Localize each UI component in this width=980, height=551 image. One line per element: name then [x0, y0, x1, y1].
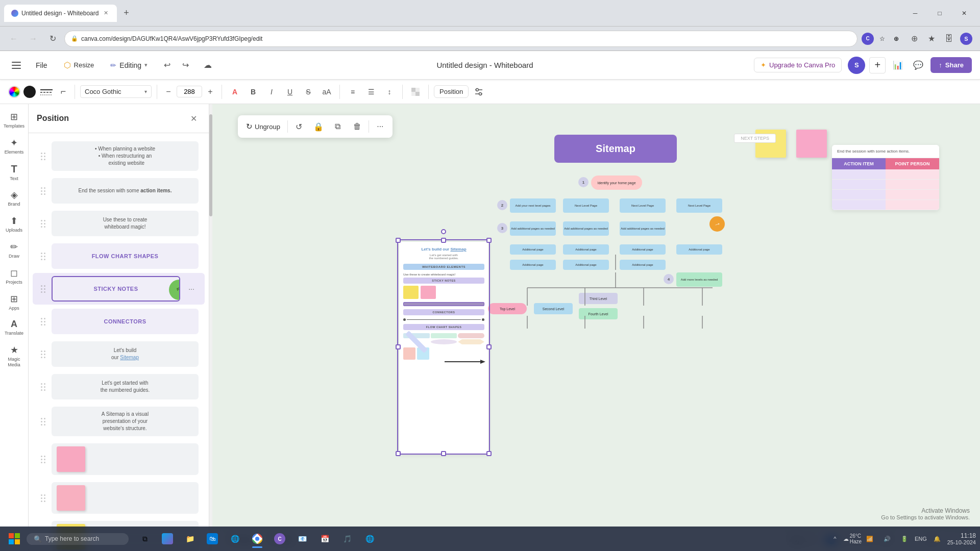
template-item-use-these[interactable]: Use these to createwhiteboard magic! — [33, 208, 205, 239]
template-item-lets-get-started[interactable]: Let's get started withthe numbered guide… — [33, 371, 205, 403]
drag-handle[interactable] — [39, 348, 47, 360]
template-item-flow-chart[interactable]: FLOW CHART SHAPES — [33, 240, 205, 272]
text-color-button[interactable]: A — [227, 85, 242, 99]
stroke-color-picker[interactable] — [23, 86, 36, 98]
sidebar-item-uploads[interactable]: ⬆ Uploads — [3, 212, 26, 236]
drag-handle[interactable] — [39, 492, 47, 504]
copy-button[interactable]: ⧉ — [330, 118, 346, 135]
comments-button[interactable]: 💬 — [910, 57, 926, 73]
transparency-button[interactable] — [408, 85, 423, 99]
drag-handle[interactable] — [39, 283, 47, 295]
drag-handle[interactable] — [39, 454, 47, 465]
editing-button[interactable]: ✏ Editing ▾ — [105, 58, 153, 72]
taskbar-app-store[interactable]: 🛍 — [202, 529, 223, 549]
sidebar-item-draw[interactable]: ✏ Draw — [3, 238, 26, 262]
drag-handle[interactable] — [39, 381, 47, 393]
lock-button[interactable]: 🔒 — [310, 118, 327, 135]
taskbar-app-extra[interactable]: 🌐 — [359, 529, 380, 549]
battery-icon[interactable]: 🔋 — [897, 532, 912, 546]
refresh-element-button[interactable]: ↺ — [291, 118, 307, 135]
minimize-button[interactable]: ─ — [903, 6, 927, 21]
text-case-button[interactable]: aA — [319, 85, 334, 99]
font-size-decrease-button[interactable]: − — [162, 86, 175, 98]
taskbar-search[interactable]: 🔍 Type here to search — [27, 533, 129, 545]
undo-button[interactable]: ↩ — [159, 57, 175, 73]
sidebar-item-translate[interactable]: A Translate — [3, 316, 26, 339]
sidebar-item-elements[interactable]: ✦ Elements — [3, 134, 26, 158]
add-collaborator-button[interactable]: + — [869, 57, 886, 73]
template-item-sticky-pink-2[interactable] — [33, 479, 205, 517]
file-button[interactable]: File — [31, 58, 53, 72]
sidebar-item-apps[interactable]: ⊞ Apps — [3, 290, 26, 314]
template-item-sitemap-desc[interactable]: A Sitemap is a visualpresentation of you… — [33, 404, 205, 439]
start-button[interactable] — [4, 529, 24, 549]
drag-handle[interactable] — [39, 185, 47, 197]
color-picker[interactable] — [8, 86, 20, 98]
upgrade-button[interactable]: ✦ Upgrade to Canva Pro — [754, 58, 842, 72]
close-button[interactable]: ✕ — [952, 6, 976, 21]
taskbar-app-task-view[interactable]: ⧉ — [135, 529, 155, 549]
zoom-button[interactable]: ⊕ — [906, 31, 922, 46]
font-size-input[interactable] — [177, 86, 202, 97]
volume-icon[interactable]: 🔊 — [880, 532, 894, 546]
star-icon[interactable]: ☆ — [876, 33, 888, 45]
drag-handle[interactable] — [39, 218, 47, 230]
stroke-style-icon[interactable] — [39, 86, 54, 98]
position-button[interactable]: Position — [434, 85, 469, 98]
hamburger-button[interactable] — [8, 57, 24, 73]
cloud-save-button[interactable]: ☁ — [200, 57, 216, 73]
drag-handle[interactable] — [39, 416, 47, 428]
new-tab-button[interactable]: + — [119, 6, 133, 20]
drag-handle[interactable] — [39, 316, 47, 328]
maximize-button[interactable]: □ — [928, 6, 951, 21]
handle-rotate[interactable] — [441, 229, 446, 234]
ungroup-button[interactable]: ↻ Ungroup — [242, 119, 284, 134]
share-button[interactable]: ↑ Share — [930, 57, 972, 73]
template-item-sticky-pink-1[interactable] — [33, 440, 205, 478]
forward-button[interactable]: → — [26, 31, 41, 46]
analytics-button[interactable]: 📊 — [890, 57, 906, 73]
taskbar-app-calendar[interactable]: 📅 — [314, 529, 335, 549]
browser-tab-active[interactable]: Untitled design - Whiteboard ✕ — [4, 5, 117, 22]
weather-tray[interactable]: ☁ 26°C Haze — [845, 532, 860, 546]
list-button[interactable]: ☰ — [363, 85, 379, 99]
sidebar-item-text[interactable]: T Text — [3, 160, 26, 185]
profile-button[interactable]: S — [959, 31, 974, 46]
redo-button[interactable]: ↪ — [177, 57, 193, 73]
user-avatar[interactable]: S — [848, 57, 865, 74]
template-item-end-session[interactable]: End the session with some action items. — [33, 175, 205, 207]
taskbar-app-widgets[interactable] — [157, 529, 178, 549]
favorites-button[interactable]: ★ — [924, 31, 939, 46]
template-item-connectors[interactable]: CONNECTORS — [33, 306, 205, 337]
sidebar-item-magic[interactable]: ★ Magic Media — [3, 341, 26, 371]
corner-style-icon[interactable]: ⌐ — [57, 86, 69, 98]
italic-button[interactable]: I — [264, 85, 279, 99]
font-size-increase-button[interactable]: + — [204, 86, 216, 98]
drag-handle[interactable] — [39, 251, 47, 262]
collections-button[interactable]: 🗄 — [941, 31, 957, 46]
tab-close-button[interactable]: ✕ — [102, 9, 110, 17]
text-align-button[interactable]: ≡ — [345, 85, 360, 99]
strikethrough-button[interactable]: S — [301, 85, 316, 99]
settings-ext-icon[interactable]: ⊕ — [890, 33, 902, 45]
back-button[interactable]: ← — [6, 31, 21, 46]
canva-ext-icon[interactable]: C — [862, 33, 874, 45]
taskbar-time[interactable]: 11:18 25-10-2024 — [947, 532, 976, 545]
drag-handle[interactable] — [39, 151, 47, 162]
sidebar-item-brand[interactable]: ◈ Brand — [3, 186, 26, 210]
network-icon[interactable]: 📶 — [863, 532, 877, 546]
taskbar-app-chrome[interactable] — [247, 529, 267, 549]
adjust-settings-button[interactable] — [472, 85, 486, 99]
canvas-area[interactable]: ↻ Ungroup ↺ 🔒 ⧉ 🗑 ··· — [212, 104, 980, 551]
spacing-button[interactable]: ↕ — [382, 85, 397, 99]
underline-button[interactable]: U — [282, 85, 298, 99]
more-options-button[interactable]: ··· — [372, 118, 388, 135]
sticky-notes-more-button[interactable]: ··· — [184, 282, 199, 296]
delete-button[interactable]: 🗑 — [349, 118, 365, 135]
taskbar-app-mail[interactable]: 📧 — [292, 529, 312, 549]
address-bar[interactable]: 🔒 canva.com/design/DAGUfKw1QR4/AswV6jpgP… — [64, 31, 857, 47]
panel-scroll[interactable]: • When planning a website• When restruct… — [29, 133, 209, 551]
font-selector[interactable]: Coco Gothic ▾ — [80, 85, 152, 98]
sidebar-item-projects[interactable]: ◻ Projects — [3, 264, 26, 288]
sidebar-item-templates[interactable]: ⊞ Templates — [3, 108, 26, 132]
